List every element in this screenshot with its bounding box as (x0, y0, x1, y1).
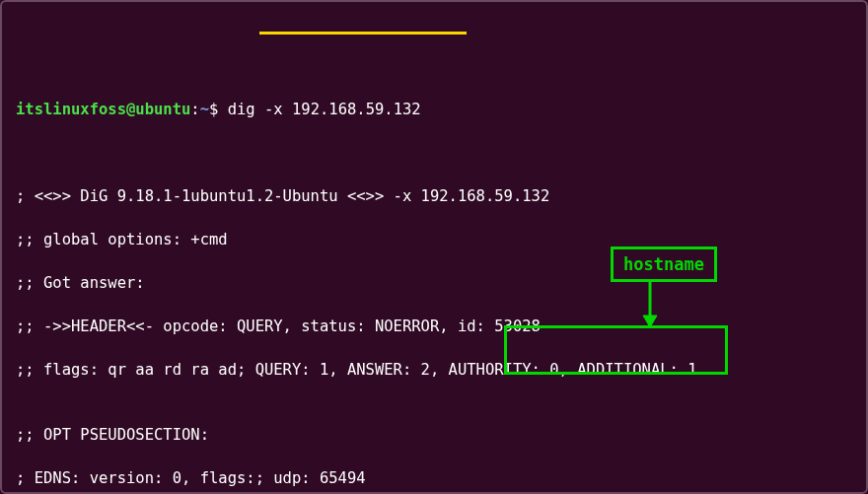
prompt-user: itslinuxfoss@ubuntu (16, 101, 190, 118)
prompt-line[interactable]: itslinuxfoss@ubuntu:~$ dig -x 192.168.59… (16, 99, 852, 120)
command-underline (259, 32, 467, 35)
hostname-annotation-label: hostname (611, 247, 717, 282)
command-text: dig -x 192.168.59.132 (228, 101, 421, 118)
prompt-sep: : (190, 101, 199, 118)
output-line: ; <<>> DiG 9.18.1-1ubuntu1.2-Ubuntu <<>>… (16, 185, 852, 207)
output-line: ;; Got answer: (16, 272, 852, 294)
prompt-path: ~ (200, 101, 209, 118)
output-line: ;; OPT PSEUDOSECTION: (16, 424, 852, 446)
arrow-down-icon (640, 280, 660, 329)
prompt-dollar: $ (209, 101, 218, 118)
output-line: ; EDNS: version: 0, flags:; udp: 65494 (16, 467, 852, 489)
hostname-highlight-box (504, 325, 728, 375)
output-line: ;; global options: +cmd (16, 229, 852, 250)
